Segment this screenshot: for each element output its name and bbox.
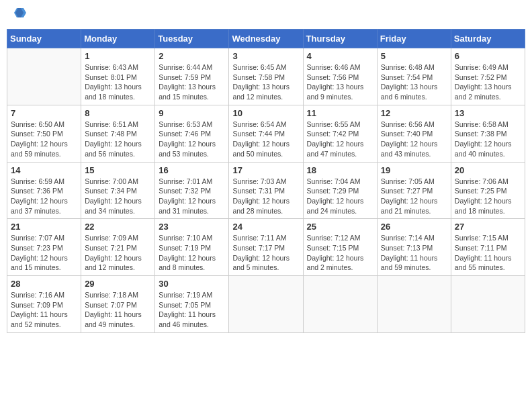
day-number: 16 xyxy=(159,165,225,175)
day-number: 26 xyxy=(381,222,447,232)
calendar-cell: 21Sunrise: 7:07 AM Sunset: 7:23 PM Dayli… xyxy=(7,219,81,276)
day-info: Sunrise: 6:58 AM Sunset: 7:38 PM Dayligh… xyxy=(455,120,521,159)
day-info: Sunrise: 6:51 AM Sunset: 7:48 PM Dayligh… xyxy=(85,120,151,159)
calendar-cell: 14Sunrise: 6:59 AM Sunset: 7:36 PM Dayli… xyxy=(7,162,81,219)
weekday-wednesday: Wednesday xyxy=(229,30,303,48)
day-info: Sunrise: 6:59 AM Sunset: 7:36 PM Dayligh… xyxy=(11,177,77,216)
day-number: 19 xyxy=(381,165,447,175)
day-info: Sunrise: 7:06 AM Sunset: 7:25 PM Dayligh… xyxy=(455,177,521,216)
day-number: 22 xyxy=(85,222,151,232)
calendar-week-4: 21Sunrise: 7:07 AM Sunset: 7:23 PM Dayli… xyxy=(7,219,525,276)
weekday-header-row: SundayMondayTuesdayWednesdayThursdayFrid… xyxy=(7,30,525,48)
day-info: Sunrise: 7:19 AM Sunset: 7:05 PM Dayligh… xyxy=(159,290,225,330)
calendar-cell: 30Sunrise: 7:19 AM Sunset: 7:05 PM Dayli… xyxy=(155,276,229,333)
day-number: 11 xyxy=(307,108,373,118)
logo xyxy=(10,7,26,22)
day-number: 15 xyxy=(85,165,151,175)
calendar-cell: 19Sunrise: 7:05 AM Sunset: 7:27 PM Dayli… xyxy=(377,162,451,219)
day-number: 20 xyxy=(455,165,521,175)
day-number: 7 xyxy=(11,108,77,118)
day-info: Sunrise: 7:09 AM Sunset: 7:21 PM Dayligh… xyxy=(85,233,151,273)
weekday-sunday: Sunday xyxy=(7,30,81,48)
calendar-week-3: 14Sunrise: 6:59 AM Sunset: 7:36 PM Dayli… xyxy=(7,162,525,219)
day-info: Sunrise: 7:05 AM Sunset: 7:27 PM Dayligh… xyxy=(381,177,447,216)
calendar-cell: 26Sunrise: 7:14 AM Sunset: 7:13 PM Dayli… xyxy=(377,219,451,276)
day-number: 24 xyxy=(232,222,299,232)
day-number: 21 xyxy=(11,222,77,232)
calendar-cell: 29Sunrise: 7:18 AM Sunset: 7:07 PM Dayli… xyxy=(81,276,155,333)
day-info: Sunrise: 7:14 AM Sunset: 7:13 PM Dayligh… xyxy=(381,233,447,273)
day-number: 30 xyxy=(159,279,225,289)
calendar-cell: 5Sunrise: 6:48 AM Sunset: 7:54 PM Daylig… xyxy=(377,48,451,105)
calendar-week-2: 7Sunrise: 6:50 AM Sunset: 7:50 PM Daylig… xyxy=(7,105,525,162)
day-number: 17 xyxy=(232,165,299,175)
calendar-cell: 6Sunrise: 6:49 AM Sunset: 7:52 PM Daylig… xyxy=(451,48,525,105)
day-number: 12 xyxy=(381,108,447,118)
day-info: Sunrise: 7:04 AM Sunset: 7:29 PM Dayligh… xyxy=(307,177,373,216)
day-number: 8 xyxy=(85,108,151,118)
day-info: Sunrise: 7:12 AM Sunset: 7:15 PM Dayligh… xyxy=(307,233,373,273)
weekday-monday: Monday xyxy=(81,30,155,48)
day-number: 4 xyxy=(307,51,373,61)
day-info: Sunrise: 7:07 AM Sunset: 7:23 PM Dayligh… xyxy=(11,233,77,273)
day-info: Sunrise: 6:46 AM Sunset: 7:56 PM Dayligh… xyxy=(307,62,373,102)
day-info: Sunrise: 6:56 AM Sunset: 7:40 PM Dayligh… xyxy=(381,120,447,159)
day-info: Sunrise: 7:10 AM Sunset: 7:19 PM Dayligh… xyxy=(159,233,225,273)
calendar-cell: 20Sunrise: 7:06 AM Sunset: 7:25 PM Dayli… xyxy=(451,162,525,219)
day-number: 29 xyxy=(85,279,151,289)
day-info: Sunrise: 6:43 AM Sunset: 8:01 PM Dayligh… xyxy=(85,62,151,102)
calendar-cell: 9Sunrise: 6:53 AM Sunset: 7:46 PM Daylig… xyxy=(155,105,229,162)
day-number: 25 xyxy=(307,222,373,232)
calendar-cell: 3Sunrise: 6:45 AM Sunset: 7:58 PM Daylig… xyxy=(229,48,303,105)
calendar-cell: 25Sunrise: 7:12 AM Sunset: 7:15 PM Dayli… xyxy=(303,219,377,276)
calendar-week-1: 1Sunrise: 6:43 AM Sunset: 8:01 PM Daylig… xyxy=(7,48,525,105)
calendar-table: SundayMondayTuesdayWednesdayThursdayFrid… xyxy=(7,29,525,333)
calendar-cell: 28Sunrise: 7:16 AM Sunset: 7:09 PM Dayli… xyxy=(7,276,81,333)
calendar-cell: 10Sunrise: 6:54 AM Sunset: 7:44 PM Dayli… xyxy=(229,105,303,162)
calendar-cell: 27Sunrise: 7:15 AM Sunset: 7:11 PM Dayli… xyxy=(451,219,525,276)
calendar-cell xyxy=(377,276,451,333)
calendar-week-5: 28Sunrise: 7:16 AM Sunset: 7:09 PM Dayli… xyxy=(7,276,525,333)
calendar-cell: 12Sunrise: 6:56 AM Sunset: 7:40 PM Dayli… xyxy=(377,105,451,162)
page-header xyxy=(7,7,525,22)
calendar-cell: 16Sunrise: 7:01 AM Sunset: 7:32 PM Dayli… xyxy=(155,162,229,219)
day-info: Sunrise: 6:55 AM Sunset: 7:42 PM Dayligh… xyxy=(307,120,373,159)
day-info: Sunrise: 7:01 AM Sunset: 7:32 PM Dayligh… xyxy=(159,177,225,216)
day-number: 18 xyxy=(307,165,373,175)
calendar-cell xyxy=(229,276,303,333)
calendar-cell: 22Sunrise: 7:09 AM Sunset: 7:21 PM Dayli… xyxy=(81,219,155,276)
weekday-tuesday: Tuesday xyxy=(155,30,229,48)
day-number: 28 xyxy=(11,279,77,289)
calendar-body: 1Sunrise: 6:43 AM Sunset: 8:01 PM Daylig… xyxy=(7,48,525,333)
day-number: 9 xyxy=(159,108,225,118)
day-info: Sunrise: 6:53 AM Sunset: 7:46 PM Dayligh… xyxy=(159,120,225,159)
day-info: Sunrise: 7:18 AM Sunset: 7:07 PM Dayligh… xyxy=(85,290,151,330)
calendar-cell: 8Sunrise: 6:51 AM Sunset: 7:48 PM Daylig… xyxy=(81,105,155,162)
calendar-cell: 17Sunrise: 7:03 AM Sunset: 7:31 PM Dayli… xyxy=(229,162,303,219)
day-number: 10 xyxy=(232,108,299,118)
day-number: 27 xyxy=(455,222,521,232)
day-info: Sunrise: 6:49 AM Sunset: 7:52 PM Dayligh… xyxy=(455,62,521,102)
weekday-saturday: Saturday xyxy=(451,30,525,48)
calendar-cell: 7Sunrise: 6:50 AM Sunset: 7:50 PM Daylig… xyxy=(7,105,81,162)
calendar-cell xyxy=(451,276,525,333)
logo-icon xyxy=(11,7,26,21)
day-number: 1 xyxy=(85,51,151,61)
day-number: 13 xyxy=(455,108,521,118)
calendar-cell xyxy=(303,276,377,333)
weekday-thursday: Thursday xyxy=(303,30,377,48)
calendar-cell: 11Sunrise: 6:55 AM Sunset: 7:42 PM Dayli… xyxy=(303,105,377,162)
day-number: 23 xyxy=(159,222,225,232)
day-info: Sunrise: 7:15 AM Sunset: 7:11 PM Dayligh… xyxy=(455,233,521,273)
calendar-cell: 18Sunrise: 7:04 AM Sunset: 7:29 PM Dayli… xyxy=(303,162,377,219)
day-info: Sunrise: 6:54 AM Sunset: 7:44 PM Dayligh… xyxy=(232,120,299,159)
day-info: Sunrise: 6:48 AM Sunset: 7:54 PM Dayligh… xyxy=(381,62,447,102)
day-info: Sunrise: 7:11 AM Sunset: 7:17 PM Dayligh… xyxy=(232,233,299,273)
calendar-cell: 1Sunrise: 6:43 AM Sunset: 8:01 PM Daylig… xyxy=(81,48,155,105)
day-number: 2 xyxy=(159,51,225,61)
calendar-cell: 13Sunrise: 6:58 AM Sunset: 7:38 PM Dayli… xyxy=(451,105,525,162)
day-number: 3 xyxy=(232,51,299,61)
calendar-cell: 2Sunrise: 6:44 AM Sunset: 7:59 PM Daylig… xyxy=(155,48,229,105)
calendar-cell xyxy=(7,48,81,105)
day-info: Sunrise: 6:45 AM Sunset: 7:58 PM Dayligh… xyxy=(232,62,299,102)
